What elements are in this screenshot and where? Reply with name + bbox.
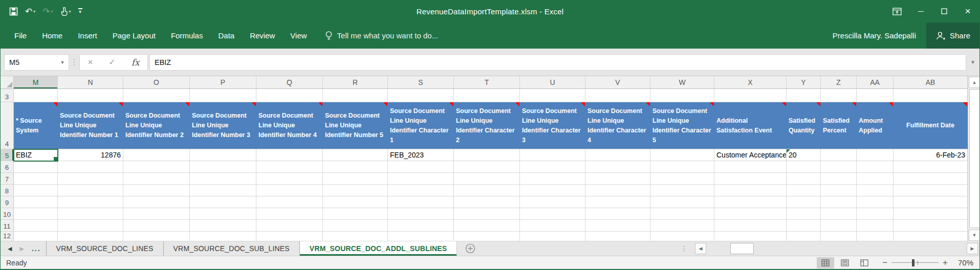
cell-AB5[interactable]: 6-Feb-23 — [894, 149, 968, 161]
ribbon-tab-view[interactable]: View — [282, 22, 314, 49]
cell-M7[interactable] — [14, 173, 58, 185]
cell-AA12[interactable] — [857, 232, 894, 241]
cell-V10[interactable] — [585, 208, 650, 220]
row-header-7[interactable]: 7 — [1, 173, 14, 185]
cell-Q5[interactable] — [256, 149, 323, 161]
cell-T11[interactable] — [454, 220, 520, 232]
cell-X4[interactable]: Additional Satisfaction Event — [714, 102, 787, 149]
cell-O3[interactable] — [123, 89, 190, 102]
cell-N7[interactable] — [58, 173, 123, 185]
cell-AA10[interactable] — [857, 208, 894, 220]
cell-N5[interactable]: 12876 — [58, 149, 123, 161]
cell-U7[interactable] — [520, 173, 585, 185]
cell-N9[interactable] — [58, 196, 123, 208]
cell-M10[interactable] — [14, 208, 58, 220]
cell-W12[interactable] — [650, 232, 714, 241]
page-layout-view-button[interactable] — [836, 257, 854, 268]
cell-Z7[interactable] — [821, 173, 857, 185]
ribbon-tab-data[interactable]: Data — [210, 22, 242, 49]
column-header-U[interactable]: U — [520, 76, 585, 88]
cell-Z9[interactable] — [821, 196, 857, 208]
cell-X9[interactable] — [714, 196, 787, 208]
cell-O6[interactable] — [123, 161, 190, 173]
cell-AA4[interactable]: Amount Applied — [857, 102, 894, 149]
share-button[interactable]: Share — [926, 22, 979, 49]
cell-U6[interactable] — [520, 161, 585, 173]
cell-V3[interactable] — [585, 89, 650, 102]
next-sheet-icon[interactable]: ▶ — [19, 245, 24, 252]
cell-V12[interactable] — [585, 232, 650, 241]
row-header-5[interactable]: 5 — [1, 149, 14, 161]
cell-Y6[interactable] — [787, 161, 821, 173]
cell-V8[interactable] — [585, 185, 650, 196]
cell-P6[interactable] — [190, 161, 256, 173]
row-header-10[interactable]: 10 — [1, 208, 14, 220]
expand-formula-bar-icon[interactable]: ▾ — [966, 59, 979, 65]
cell-AB3[interactable] — [894, 89, 968, 102]
ribbon-tab-review[interactable]: Review — [242, 22, 282, 49]
close-button[interactable]: × — [956, 0, 979, 22]
zoom-out-button[interactable]: − — [882, 258, 887, 267]
cell-Y5[interactable]: 20 — [787, 149, 821, 161]
cell-AA7[interactable] — [857, 173, 894, 185]
row-header-12[interactable]: 12 — [1, 232, 14, 241]
cell-X3[interactable] — [714, 89, 787, 102]
cell-R8[interactable] — [323, 185, 388, 196]
cell-Z10[interactable] — [821, 208, 857, 220]
cell-O5[interactable] — [123, 149, 190, 161]
cell-Z12[interactable] — [821, 232, 857, 241]
cell-P3[interactable] — [190, 89, 256, 102]
cell-S12[interactable] — [388, 232, 454, 241]
cell-V4[interactable]: Source Document Line Unique Identifier C… — [585, 102, 650, 149]
sheet-overflow-button[interactable]: ... — [32, 244, 41, 253]
cell-P7[interactable] — [190, 173, 256, 185]
row-header-4[interactable]: 4 — [1, 102, 14, 149]
previous-sheet-icon[interactable]: ◀ — [8, 245, 12, 252]
row-header-3[interactable]: 3 — [1, 89, 14, 102]
vertical-scrollbar-thumb[interactable] — [969, 89, 980, 228]
cell-U11[interactable] — [520, 220, 585, 232]
new-sheet-button[interactable] — [457, 241, 484, 256]
cell-Z6[interactable] — [821, 161, 857, 173]
horizontal-scrollbar-thumb[interactable] — [730, 243, 754, 254]
cell-V9[interactable] — [585, 196, 650, 208]
column-header-V[interactable]: V — [585, 76, 650, 88]
sheet-tab-vrm_source_doc_lines[interactable]: VRM_SOURCE_DOC_LINES — [47, 241, 164, 256]
cell-W9[interactable] — [650, 196, 714, 208]
cell-O7[interactable] — [123, 173, 190, 185]
column-header-X[interactable]: X — [714, 76, 787, 88]
cell-M8[interactable] — [14, 185, 58, 196]
insert-function-button[interactable]: fx — [132, 57, 140, 68]
cell-Q11[interactable] — [256, 220, 323, 232]
column-header-Z[interactable]: Z — [821, 76, 857, 88]
cell-Z11[interactable] — [821, 220, 857, 232]
cell-M5[interactable]: EBIZ — [14, 149, 58, 161]
cell-AB11[interactable] — [894, 220, 968, 232]
cell-R3[interactable] — [323, 89, 388, 102]
cell-R12[interactable] — [323, 232, 388, 241]
ribbon-display-options-button[interactable] — [885, 0, 909, 22]
cell-T6[interactable] — [454, 161, 520, 173]
cell-T7[interactable] — [454, 173, 520, 185]
cell-N8[interactable] — [58, 185, 123, 196]
cell-S5[interactable]: FEB_2023 — [388, 149, 454, 161]
cell-S9[interactable] — [388, 196, 454, 208]
formula-input[interactable]: EBIZ — [149, 54, 966, 71]
name-box[interactable]: M5 ▾ — [4, 54, 69, 71]
cell-U5[interactable] — [520, 149, 585, 161]
cell-Z5[interactable] — [821, 149, 857, 161]
tab-splitter-icon[interactable]: ⋮ — [681, 244, 688, 253]
redo-button[interactable]: ↷ ▾ — [40, 6, 55, 17]
undo-button[interactable]: ↶ ▾ — [23, 6, 38, 17]
cell-X12[interactable] — [714, 232, 787, 241]
cell-P5[interactable] — [190, 149, 256, 161]
column-header-W[interactable]: W — [650, 76, 714, 88]
ribbon-tab-home[interactable]: Home — [34, 22, 70, 49]
column-header-AA[interactable]: AA — [857, 76, 894, 88]
cell-AA11[interactable] — [857, 220, 894, 232]
column-header-M[interactable]: M — [14, 76, 58, 88]
cell-O9[interactable] — [123, 196, 190, 208]
cell-W7[interactable] — [650, 173, 714, 185]
cell-T4[interactable]: Source Document Line Unique Identifier C… — [454, 102, 520, 149]
zoom-level[interactable]: 70% — [952, 258, 973, 267]
